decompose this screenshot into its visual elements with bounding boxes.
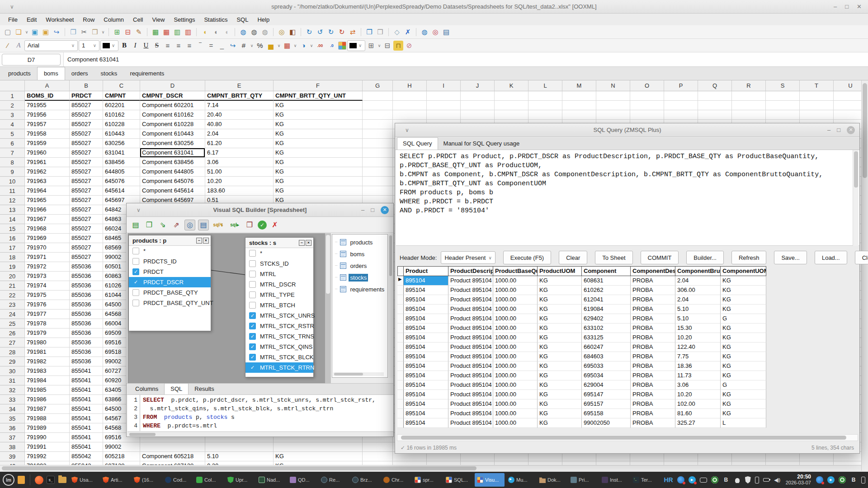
result-cell[interactable]: PROBA	[631, 352, 675, 361]
cell-E9[interactable]: 51.00	[205, 167, 274, 177]
wrap-text-icon[interactable]: ↪	[228, 41, 238, 51]
edit-comment-icon[interactable]: ◖	[211, 27, 221, 37]
exit-icon[interactable]: ◧	[288, 27, 297, 37]
field-row-[interactable]: *	[245, 248, 313, 258]
cell-G5[interactable]	[363, 129, 393, 139]
result-cell[interactable]: KG	[538, 314, 582, 324]
number-format-icon[interactable]: #	[239, 41, 249, 51]
col-header-A[interactable]: A	[25, 80, 70, 91]
cell-A16[interactable]: 791969	[25, 234, 70, 243]
checkbox-unchecked[interactable]	[249, 271, 256, 277]
result-cell[interactable]: 11.73	[675, 371, 721, 380]
result-cell[interactable]: KG	[721, 352, 766, 361]
cell-B18[interactable]: 855027	[70, 253, 103, 262]
cell-S2[interactable]	[766, 101, 800, 110]
col-header-N[interactable]: N	[596, 80, 630, 91]
result-cell[interactable]: 660247	[582, 343, 631, 352]
row-header-7[interactable]: 7	[0, 148, 25, 158]
result-cell[interactable]: 1000.00	[493, 276, 538, 286]
row-header-35[interactable]: 35	[0, 414, 25, 423]
field-row-PRDCT_BASE_QTY[interactable]: PRDCT_BASE_QTY	[129, 287, 211, 298]
result-cell[interactable]: 102.00	[675, 399, 721, 409]
field-row-MTRL_DSCR[interactable]: MTRL_DSCR	[245, 279, 313, 290]
keyboard-layout-indicator[interactable]: HR	[664, 476, 673, 483]
battery-icon[interactable]	[763, 478, 769, 482]
undo-icon[interactable]: ↺	[315, 27, 325, 37]
taskbar-window-Dok[interactable]: Dok...	[537, 473, 567, 487]
result-cell[interactable]: 1000.00	[493, 371, 538, 380]
row-header-25[interactable]: 25	[0, 319, 25, 328]
result-cell[interactable]: 895104	[404, 314, 448, 324]
add-comment-icon[interactable]: ◖	[200, 27, 210, 37]
save-as-icon[interactable]: ▣	[41, 27, 51, 37]
window-menu-icon[interactable]: ∨	[405, 127, 409, 133]
telegram-icon[interactable]	[827, 476, 835, 483]
tree-horizontal-scrollbar[interactable]	[333, 372, 384, 376]
close-icon[interactable]: ✕	[381, 206, 389, 214]
cell-A34[interactable]: 791987	[25, 404, 70, 414]
cell-S40[interactable]	[766, 461, 800, 465]
cell-P1[interactable]	[664, 91, 698, 101]
cell-A4[interactable]: 791957	[25, 120, 70, 129]
underline-icon[interactable]: U	[141, 41, 151, 51]
result-cell[interactable]: 608631	[582, 276, 631, 286]
tools-icon[interactable]: ✗	[403, 27, 413, 37]
col-header-R[interactable]: R	[732, 80, 766, 91]
cell-A33[interactable]: 791986	[25, 395, 70, 404]
result-cell[interactable]: Product 895104	[448, 409, 493, 418]
cell-B30[interactable]: 855041	[70, 366, 103, 376]
cell-D10[interactable]: Component 645076	[140, 177, 205, 186]
cell-E38[interactable]	[205, 442, 274, 452]
insert-sheet-icon[interactable]: ▦	[151, 27, 160, 37]
cell-A15[interactable]: 791968	[25, 224, 70, 234]
cell-B14[interactable]: 855027	[70, 215, 103, 224]
cell-E2[interactable]: 7.14	[205, 101, 274, 110]
cell-A26[interactable]: 791979	[25, 328, 70, 338]
cell-I40[interactable]	[427, 461, 461, 465]
field-row-PRDCT[interactable]: ✓PRDCT	[129, 267, 211, 277]
result-cell[interactable]: L	[721, 418, 766, 428]
result-cell[interactable]: Product 895104	[448, 333, 493, 343]
align-right-icon[interactable]: ≡	[184, 41, 194, 51]
history-icon[interactable]: ↻	[337, 27, 347, 37]
button-to-sheet[interactable]: To Sheet	[595, 251, 632, 264]
field-row-MTRL_STCK_QINS[interactable]: ✓MTRL_STCK_QINS	[245, 342, 313, 352]
chevron-down-icon[interactable]: ∨	[293, 41, 297, 51]
cell-B40[interactable]: 855042	[70, 461, 103, 465]
result-cell[interactable]: 895104	[404, 352, 448, 361]
cell-D3[interactable]: Component 610162	[140, 110, 205, 120]
col-header-D[interactable]: D	[140, 80, 205, 91]
row-header-38[interactable]: 38	[0, 442, 25, 452]
result-cell[interactable]: 10.20	[675, 390, 721, 399]
notifications-bell-icon[interactable]	[734, 476, 741, 483]
taskbar-window-Cod[interactable]: Cod...	[163, 473, 193, 487]
font-size-select[interactable]: 1∨	[79, 40, 99, 51]
checkbox-unchecked[interactable]	[249, 250, 256, 257]
cell-C7[interactable]: 631041	[103, 148, 140, 158]
cell-B32[interactable]: 855041	[70, 385, 103, 395]
cell-A17[interactable]: 791970	[25, 243, 70, 253]
menu-column[interactable]: Column	[99, 15, 128, 24]
result-col-header[interactable]: Component	[582, 266, 631, 276]
cell-A10[interactable]: 791963	[25, 177, 70, 186]
col-header-M[interactable]: M	[562, 80, 596, 91]
sql-run-icon[interactable]: sql▸	[228, 220, 241, 230]
result-cell[interactable]: PROBA	[631, 343, 675, 352]
row-header-40[interactable]: 40	[0, 461, 25, 465]
delete-row-icon[interactable]: ⊟	[123, 27, 133, 37]
result-cell[interactable]: PROBA	[631, 314, 675, 324]
field-row-PRDCTS_ID[interactable]: PRDCTS_ID	[129, 256, 211, 267]
cell-G40[interactable]	[363, 461, 393, 465]
taskbar-window-Brz[interactable]: Brz...	[350, 473, 380, 487]
result-cell[interactable]: PROBA	[631, 333, 675, 343]
cell-A29[interactable]: 791982	[25, 357, 70, 366]
taskbar-window-Nad[interactable]: Nad...	[256, 473, 286, 487]
cell-B12[interactable]: 855027	[70, 196, 103, 205]
result-cell[interactable]: 629402	[582, 314, 631, 324]
row-header-5[interactable]: 5	[0, 129, 25, 139]
vsb-tab-columns[interactable]: Columns	[129, 384, 164, 394]
cell-A18[interactable]: 791971	[25, 253, 70, 262]
cell-E6[interactable]: 61.20	[205, 139, 274, 148]
cell-C3[interactable]: 610162	[103, 110, 140, 120]
row-header-20[interactable]: 20	[0, 272, 25, 281]
